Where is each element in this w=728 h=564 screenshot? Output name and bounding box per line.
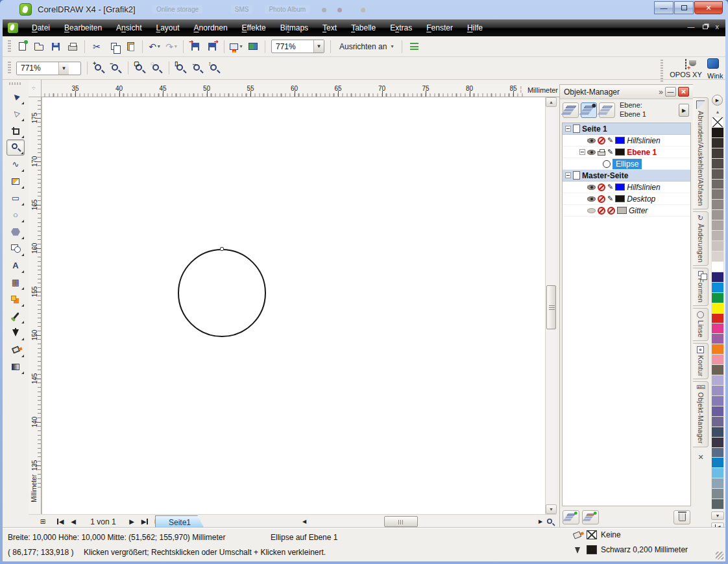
horizontal-ruler[interactable]: ¦ Millimeter 3540455055606570758085 bbox=[42, 84, 563, 97]
object-label[interactable]: Ellipse bbox=[613, 159, 642, 169]
eye-icon[interactable] bbox=[587, 185, 596, 190]
zoom-selected-button[interactable]: ▢ bbox=[132, 60, 148, 76]
outline-pen-tool[interactable] bbox=[6, 325, 25, 341]
layer-label[interactable]: Ebene 1 bbox=[627, 148, 657, 157]
docker-tab-formen[interactable]: Formen bbox=[693, 268, 709, 306]
fill-swatch[interactable] bbox=[587, 530, 597, 539]
color-swatch[interactable] bbox=[711, 396, 724, 406]
ellipse-tool[interactable]: ○ bbox=[6, 207, 25, 223]
color-swatch[interactable] bbox=[711, 159, 724, 169]
doc-minimize-button[interactable]: — bbox=[688, 23, 695, 30]
basic-shapes-tool[interactable] bbox=[6, 241, 25, 257]
opos-xy-button[interactable]: OPOS XY bbox=[667, 60, 705, 78]
menu-ansicht[interactable]: Ansicht bbox=[109, 21, 149, 35]
drawing-canvas[interactable] bbox=[42, 97, 545, 514]
toolbar-grip[interactable] bbox=[8, 62, 11, 75]
collapse-icon[interactable] bbox=[565, 126, 571, 132]
horizontal-scroll-thumb[interactable] bbox=[384, 516, 418, 527]
color-swatch[interactable] bbox=[711, 200, 724, 210]
pick-tool[interactable]: ▶ bbox=[6, 89, 25, 105]
color-swatch[interactable] bbox=[711, 189, 724, 200]
color-swatch[interactable] bbox=[711, 148, 724, 159]
outline-swatch[interactable] bbox=[587, 545, 597, 554]
color-swatch[interactable] bbox=[711, 417, 724, 427]
toolbox-grip[interactable] bbox=[9, 82, 22, 85]
eye-icon[interactable] bbox=[587, 150, 596, 155]
zoom-flyout-button[interactable] bbox=[545, 515, 557, 528]
edit-across-layers-button[interactable] bbox=[581, 102, 597, 118]
color-swatch[interactable] bbox=[711, 169, 724, 180]
no-print-icon[interactable] bbox=[598, 195, 605, 203]
color-swatch[interactable] bbox=[711, 272, 724, 283]
layer-label[interactable]: Desktop bbox=[627, 194, 655, 204]
pencil-icon[interactable]: ✎ bbox=[607, 195, 613, 202]
color-swatch[interactable] bbox=[711, 365, 724, 375]
smart-fill-tool[interactable] bbox=[6, 173, 25, 189]
close-button[interactable]: ✕ bbox=[694, 1, 723, 14]
previous-page-button[interactable]: ◀ bbox=[69, 515, 78, 528]
color-swatch[interactable] bbox=[711, 303, 724, 314]
color-swatch[interactable] bbox=[711, 468, 724, 478]
tree-layer-row[interactable]: ✎Hilfslinien bbox=[563, 182, 690, 193]
layer-label[interactable]: Hilfslinien bbox=[627, 136, 660, 145]
color-swatch[interactable] bbox=[711, 448, 724, 458]
pencil-icon[interactable]: ✎ bbox=[607, 137, 613, 144]
docker-tab--nderungen[interactable]: ↻Änderungen bbox=[693, 211, 709, 266]
color-swatch[interactable] bbox=[711, 180, 724, 190]
zoom-page-button[interactable]: ▯ bbox=[173, 60, 189, 76]
interactive-blend-tool[interactable] bbox=[6, 291, 25, 307]
last-page-button[interactable]: ▶ bbox=[139, 515, 151, 528]
page-tab-seite1[interactable]: Seite1 bbox=[155, 515, 204, 528]
layer-color-swatch[interactable] bbox=[617, 207, 627, 214]
color-swatch[interactable] bbox=[711, 128, 724, 138]
color-swatch[interactable] bbox=[711, 314, 724, 324]
color-swatch[interactable] bbox=[711, 489, 724, 499]
menu-bitmaps[interactable]: Bitmaps bbox=[273, 21, 315, 35]
no-print-icon[interactable] bbox=[598, 183, 605, 191]
color-swatch[interactable] bbox=[711, 241, 724, 252]
tree-layer-row[interactable]: Gitter bbox=[563, 205, 690, 217]
chevron-down-icon[interactable]: ▼ bbox=[58, 62, 69, 75]
palette-scroll-down-button[interactable]: ▼ bbox=[711, 511, 724, 520]
eye-disabled-icon[interactable] bbox=[587, 208, 596, 213]
ruler-origin-button[interactable] bbox=[29, 80, 42, 97]
crop-tool[interactable] bbox=[6, 123, 25, 139]
tree-page-row[interactable]: Master-Seite bbox=[563, 170, 690, 182]
menu-anordnen[interactable]: Anordnen bbox=[187, 21, 235, 35]
ellipse-top-node[interactable] bbox=[220, 247, 224, 251]
docker-chevron-icon[interactable]: » bbox=[659, 88, 663, 97]
vertical-scroll-thumb[interactable] bbox=[546, 285, 556, 329]
application-launcher-button[interactable]: ▾ bbox=[228, 39, 244, 54]
scroll-left-button[interactable]: ◀ bbox=[300, 515, 309, 528]
chevron-down-icon[interactable]: ▾ bbox=[158, 43, 160, 49]
minimize-button[interactable]: — bbox=[654, 1, 673, 14]
docker-tab-linse[interactable]: Linse bbox=[693, 308, 709, 341]
layer-manager-view-button[interactable] bbox=[599, 102, 615, 118]
layer-color-swatch[interactable] bbox=[615, 195, 625, 202]
polygon-tool[interactable] bbox=[6, 224, 25, 240]
color-swatch[interactable] bbox=[711, 293, 724, 303]
doc-close-button[interactable]: x bbox=[716, 23, 720, 30]
chevron-down-icon[interactable]: ▾ bbox=[239, 43, 242, 49]
eye-icon[interactable] bbox=[587, 196, 596, 202]
docker-strip-close-button[interactable]: ✕ bbox=[693, 449, 709, 462]
layer-color-swatch[interactable] bbox=[615, 148, 625, 156]
color-swatch[interactable] bbox=[711, 210, 724, 220]
color-swatch[interactable] bbox=[711, 344, 724, 355]
open-button[interactable] bbox=[31, 39, 47, 54]
tree-layer-row[interactable]: ✎Hilfslinien bbox=[563, 135, 690, 147]
new-button[interactable] bbox=[14, 39, 30, 54]
eye-icon[interactable] bbox=[587, 138, 596, 143]
palette-flyout-button[interactable]: ▶ bbox=[712, 95, 723, 106]
layer-label[interactable]: Gitter bbox=[629, 206, 648, 215]
show-object-properties-button[interactable] bbox=[563, 102, 579, 118]
menu-datei[interactable]: Datei bbox=[25, 21, 57, 35]
shape-tool[interactable]: ▷ bbox=[6, 106, 25, 122]
corel-online-button[interactable] bbox=[245, 39, 261, 54]
color-swatch[interactable] bbox=[711, 283, 724, 293]
app-menu-icon[interactable] bbox=[8, 23, 18, 33]
window-resize-grip[interactable] bbox=[716, 552, 723, 559]
tree-layer-row[interactable]: ✎Desktop bbox=[563, 193, 690, 205]
vertical-scrollbar[interactable]: ▲ ▼ bbox=[545, 97, 557, 514]
interactive-fill-tool[interactable] bbox=[6, 358, 25, 375]
